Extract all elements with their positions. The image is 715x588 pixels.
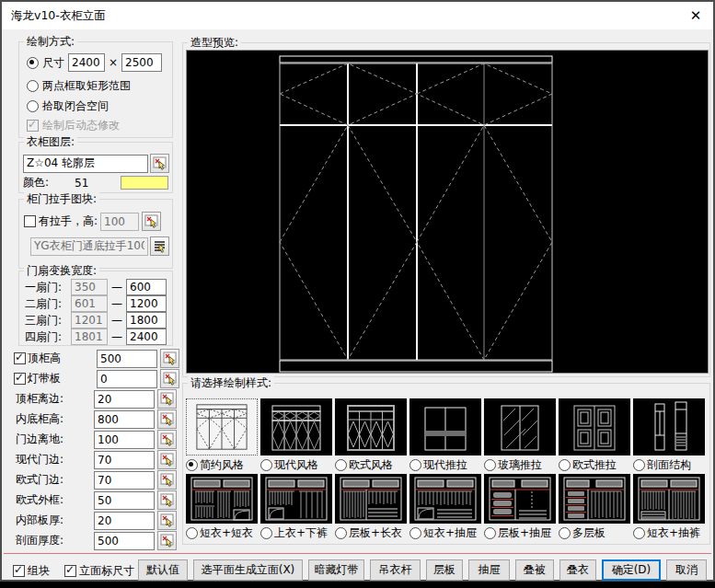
lamp-board-checkbox[interactable]	[14, 373, 26, 385]
style-option[interactable]: 短衣+短衣	[186, 525, 258, 541]
close-icon[interactable]: ✕	[682, 2, 709, 29]
style-radio[interactable]	[260, 459, 272, 471]
size-radio[interactable]	[27, 57, 39, 69]
folded-clothes-button[interactable]: 叠衣	[559, 559, 596, 581]
style-option[interactable]: 欧式风格	[335, 457, 407, 473]
pick-on-screen-button[interactable]	[157, 531, 177, 550]
door-max-input[interactable]	[126, 279, 167, 295]
style-radio[interactable]	[186, 459, 198, 471]
style-radio[interactable]	[409, 459, 421, 471]
style-option[interactable]: 剖面结构	[633, 457, 705, 473]
style-radio[interactable]	[484, 459, 496, 471]
style-option-label: 层板+抽屉	[498, 525, 551, 541]
color-swatch[interactable]	[121, 176, 168, 190]
param-input[interactable]	[94, 491, 155, 510]
style-radio[interactable]	[409, 527, 421, 539]
pick-on-screen-button[interactable]	[160, 349, 179, 368]
param-label: 内底柜高:	[9, 411, 94, 427]
style-thumb-modern-sliding[interactable]	[409, 398, 481, 455]
param-input[interactable]	[94, 390, 155, 409]
style-radio[interactable]	[186, 527, 198, 539]
pick-layer-button[interactable]	[150, 154, 169, 173]
style-radio[interactable]	[633, 527, 645, 539]
top-cabinet-input[interactable]	[97, 350, 157, 368]
style-radio[interactable]	[633, 459, 645, 471]
lamp-board-input[interactable]	[97, 370, 157, 388]
style-option[interactable]: 短衣+抽屉	[409, 525, 481, 541]
wardrobe-wireframe	[187, 51, 708, 373]
has-handle-checkbox[interactable]	[24, 215, 36, 227]
style-radio[interactable]	[559, 527, 571, 539]
style-radio[interactable]	[559, 459, 571, 471]
style-thumb-european[interactable]	[335, 398, 407, 455]
door-max-input[interactable]	[126, 329, 167, 345]
param-input[interactable]	[94, 471, 155, 490]
style-radio[interactable]	[335, 459, 347, 471]
style-radio[interactable]	[335, 527, 347, 539]
shelf-button[interactable]: 层板	[426, 559, 463, 581]
style-option[interactable]: 层板+抽屉	[484, 525, 556, 541]
style-thumb-shelf-drawer[interactable]	[484, 474, 556, 524]
dimension-checkbox[interactable]	[64, 565, 76, 577]
width-input[interactable]	[68, 53, 105, 72]
top-cabinet-checkbox[interactable]	[14, 352, 26, 364]
style-thumb-short-short[interactable]	[186, 474, 258, 524]
ok-button[interactable]: 确定(D)	[602, 559, 661, 581]
pick-on-screen-button[interactable]	[157, 511, 177, 530]
handle-block-row	[30, 236, 169, 256]
pick-handle-button[interactable]	[142, 212, 161, 231]
style-thumb-short-drawer[interactable]	[409, 474, 481, 524]
style-option[interactable]: 短衣+抽裤	[633, 525, 705, 541]
style-radio[interactable]	[484, 527, 496, 539]
style-thumb-short-pants-drawer[interactable]	[633, 474, 705, 524]
dimension-check-row[interactable]: 立面标尺寸	[64, 563, 134, 579]
drawer-button[interactable]: 抽屉	[468, 559, 510, 581]
range-dash: —	[110, 314, 124, 327]
height-input[interactable]	[121, 53, 162, 72]
style-thumb-multi-shelf[interactable]	[559, 474, 630, 524]
style-thumb-modern[interactable]	[260, 398, 332, 455]
style-option[interactable]: 现代推拉	[409, 457, 481, 473]
color-index: 51	[75, 177, 121, 190]
style-thumb-section[interactable]	[633, 398, 705, 455]
style-thumb-shelf-long[interactable]	[335, 474, 407, 524]
layer-name-input[interactable]	[23, 155, 148, 173]
door-max-input[interactable]	[126, 312, 167, 329]
pick-on-screen-button[interactable]	[157, 389, 177, 409]
door-max-input[interactable]	[126, 295, 167, 312]
style-option[interactable]: 上衣+下裤	[260, 525, 332, 541]
pick-on-screen-button[interactable]	[157, 450, 177, 469]
pick-on-screen-button[interactable]	[160, 369, 179, 388]
param-input[interactable]	[94, 410, 155, 429]
defaults-button[interactable]: 默认值	[138, 559, 188, 581]
style-radio[interactable]	[260, 527, 272, 539]
style-option[interactable]: 现代风格	[260, 457, 332, 473]
block-check-row[interactable]: 组块	[13, 563, 50, 579]
pick-on-screen-button[interactable]	[157, 470, 177, 490]
hanging-rod-button[interactable]: 吊衣杆	[370, 559, 421, 581]
hidden-lamp-strip-button[interactable]: 暗藏灯带	[308, 559, 364, 581]
cancel-button[interactable]: 取消	[666, 559, 707, 581]
handle-block-list-button[interactable]	[150, 236, 169, 256]
block-checkbox[interactable]	[13, 565, 25, 577]
style-option[interactable]: 玻璃推拉	[484, 457, 556, 473]
pick-on-screen-button[interactable]	[157, 409, 177, 429]
style-option[interactable]: 层板+长衣	[335, 525, 407, 541]
pick-on-screen-button[interactable]	[157, 490, 177, 510]
param-input[interactable]	[94, 512, 155, 530]
style-thumb-top-pants[interactable]	[260, 474, 332, 524]
param-input[interactable]	[94, 431, 155, 449]
style-thumb-simple[interactable]	[186, 398, 258, 455]
style-option[interactable]: 多层板	[559, 525, 630, 541]
pick-space-radio[interactable]	[27, 100, 39, 112]
style-thumb-european-sliding[interactable]	[559, 398, 630, 455]
pick-on-screen-button[interactable]	[157, 430, 177, 449]
style-option[interactable]: 欧式推拉	[559, 457, 630, 473]
param-input[interactable]	[94, 532, 155, 550]
generate-from-plan-button[interactable]: 选平面生成立面(X)	[193, 559, 303, 581]
rect-range-radio[interactable]	[27, 80, 39, 92]
param-input[interactable]	[94, 451, 155, 469]
folded-quilt-button[interactable]: 叠被	[515, 559, 554, 581]
style-thumb-glass-sliding[interactable]	[484, 398, 556, 455]
style-option[interactable]: 简约风格	[186, 457, 258, 473]
